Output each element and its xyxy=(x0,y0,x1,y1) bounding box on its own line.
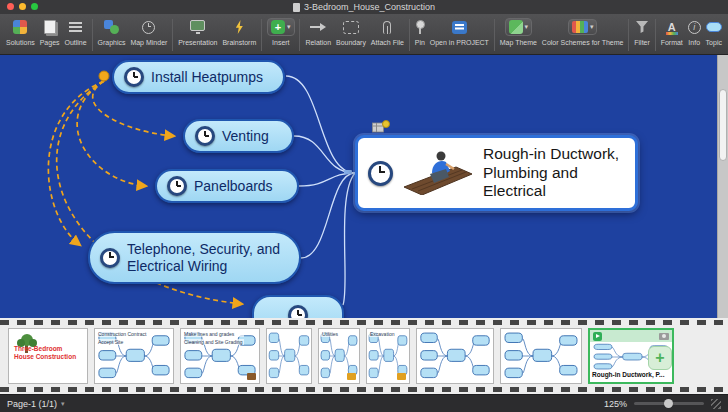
attach-icon xyxy=(383,21,391,34)
topic-label: Panelboards xyxy=(194,178,273,194)
clock-icon xyxy=(100,248,120,268)
thumbnail-title: Three-Bedroom House Construction xyxy=(14,345,83,362)
close-button[interactable] xyxy=(7,3,14,10)
toolbar-item-label: Insert xyxy=(272,39,290,46)
clock-icon xyxy=(288,305,308,318)
toolbar-separator xyxy=(92,19,93,51)
toolbar-separator xyxy=(299,19,300,51)
zoom-button[interactable] xyxy=(31,3,38,10)
toolbar-info[interactable]: Info xyxy=(688,18,701,46)
relation-origin-dot xyxy=(99,71,109,81)
toolbar-item-label: Outline xyxy=(64,39,86,46)
filmstrip-thumbnail-3[interactable]: Make lines and gradesCleaning and Site G… xyxy=(180,328,260,384)
page-selector[interactable]: Page-1 (1/1) ▾ xyxy=(7,399,65,409)
toolbar-item-label: Map Minder xyxy=(130,39,167,46)
pages-icon xyxy=(44,20,56,34)
mini-map-graphic xyxy=(417,329,493,383)
status-bar: Page-1 (1/1) ▾ 125% xyxy=(0,394,728,412)
mapminder-icon xyxy=(142,21,155,34)
toolbar-insert[interactable]: ▾ Insert xyxy=(267,18,295,46)
thumbnail-row: Three-Bedroom House Construction xyxy=(8,328,674,384)
ductwork-worker-image xyxy=(402,147,474,199)
toolbar-separator xyxy=(172,19,173,51)
toolbar-item-label: Attach File xyxy=(371,39,404,46)
insert-icon xyxy=(271,20,285,34)
topic-partial-bottom[interactable] xyxy=(252,295,344,318)
toolbar-item-label: Solutions xyxy=(6,39,35,46)
toolbar-outline[interactable]: Outline xyxy=(64,18,86,46)
presentation-icon xyxy=(190,20,205,31)
play-preview-icon[interactable] xyxy=(593,332,602,341)
outline-icon xyxy=(69,22,82,33)
thumbnail-accent xyxy=(347,373,356,380)
toolbar-separator xyxy=(261,19,262,51)
main-topic-rough-in-ductwork[interactable]: Rough-in Ductwork, Plumbing and Electric… xyxy=(355,135,638,211)
main-toolbar: Solutions Pages Outline Graphics xyxy=(0,14,728,55)
page-label: Page-1 (1/1) xyxy=(7,399,57,409)
toolbar-solutions[interactable]: Solutions xyxy=(6,18,35,46)
colorschemes-icon xyxy=(572,21,588,33)
dropdown-caret-icon: ▾ xyxy=(287,23,291,31)
toolbar-format[interactable]: Format xyxy=(661,18,683,46)
toolbar-item-label: Brainstorm xyxy=(222,39,256,46)
filmstrip-thumbnail-7[interactable] xyxy=(416,328,494,384)
filmstrip-thumbnail-5[interactable]: Utilities xyxy=(318,328,360,384)
thumbnail-accent xyxy=(247,373,256,380)
filmstrip-thumbnail-1[interactable]: Three-Bedroom House Construction xyxy=(8,328,88,384)
toolbar-item-label: Map Theme xyxy=(500,39,537,46)
zoom-slider[interactable] xyxy=(634,402,704,405)
filter-icon xyxy=(636,21,648,33)
toolbar-relation[interactable]: Relation xyxy=(305,18,331,46)
window-title: 3-Bedroom_House_Construction xyxy=(293,2,435,12)
clock-icon xyxy=(124,67,144,87)
collapse-indicator[interactable] xyxy=(344,170,352,174)
toolbar-pin[interactable]: Pin xyxy=(415,18,425,46)
zoom-level: 125% xyxy=(604,399,627,409)
add-page-button[interactable]: + xyxy=(648,346,672,370)
toolbar-boundary[interactable]: Boundary xyxy=(336,18,366,46)
thumbnail-caption: Rough-in Ductwork, P... xyxy=(590,370,672,382)
toolbar-topic[interactable]: Topic xyxy=(706,18,722,46)
filmstrip-thumbnail-2[interactable]: Construction ContractAccept Site xyxy=(94,328,174,384)
topic-venting[interactable]: Venting xyxy=(183,119,294,153)
filmstrip-thumbnail-8[interactable] xyxy=(500,328,582,384)
toolbar-color-schemes[interactable]: ▾ Color Schemes for Theme xyxy=(542,18,624,46)
dropdown-caret-icon: ▾ xyxy=(525,23,529,31)
film-perforation xyxy=(0,387,728,392)
filmstrip-thumbnail-4[interactable] xyxy=(266,328,312,384)
toolbar-separator xyxy=(655,19,656,51)
vertical-scrollbar-thumb[interactable] xyxy=(719,89,727,161)
filmstrip-thumbnail-6[interactable]: Excavation xyxy=(366,328,410,384)
topic-telephone-security-wiring[interactable]: Telephone, Security, and Electrical Wiri… xyxy=(88,231,301,284)
grid-icon xyxy=(13,20,27,34)
toolbar-attach-file[interactable]: Attach File xyxy=(371,18,404,46)
toolbar-open-in-project[interactable]: Open in PROJECT xyxy=(430,18,489,46)
app-window: 3-Bedroom_House_Construction Solutions P… xyxy=(0,0,728,412)
zoom-slider-thumb[interactable] xyxy=(664,399,673,408)
resize-grip-icon[interactable] xyxy=(711,399,721,409)
mindmap-canvas[interactable]: Install Heatpumps Venting Panelboards Te… xyxy=(0,55,728,318)
minimize-button[interactable] xyxy=(19,3,26,10)
toolbar-map-minder[interactable]: Map Minder xyxy=(130,18,167,46)
toolbar-filter[interactable]: Filter xyxy=(634,18,650,46)
camera-icon[interactable] xyxy=(659,333,669,340)
toolbar-map-theme[interactable]: ▾ Map Theme xyxy=(500,18,537,46)
toolbar-pages[interactable]: Pages xyxy=(40,18,60,46)
toolbar-brainstorm[interactable]: Brainstorm xyxy=(222,18,256,46)
info-icon xyxy=(688,21,701,34)
vertical-scrollbar[interactable] xyxy=(717,55,728,318)
toolbar-graphics[interactable]: Graphics xyxy=(97,18,125,46)
maptheme-icon xyxy=(509,20,523,34)
toolbar-presentation[interactable]: Presentation xyxy=(178,18,217,46)
thumbnail-texts: Utilities xyxy=(321,331,339,337)
toolbar-item-label: Relation xyxy=(305,39,331,46)
topic-panelboards[interactable]: Panelboards xyxy=(155,169,299,203)
mini-map-graphic xyxy=(267,329,311,383)
project-icon xyxy=(452,21,467,34)
brainstorm-icon xyxy=(234,20,244,34)
toolbar-item-label: Graphics xyxy=(97,39,125,46)
topic-label: Install Heatpumps xyxy=(151,69,263,85)
topic-install-heatpumps[interactable]: Install Heatpumps xyxy=(112,60,285,94)
toolbar-separator xyxy=(628,19,629,51)
clock-icon xyxy=(195,126,215,146)
